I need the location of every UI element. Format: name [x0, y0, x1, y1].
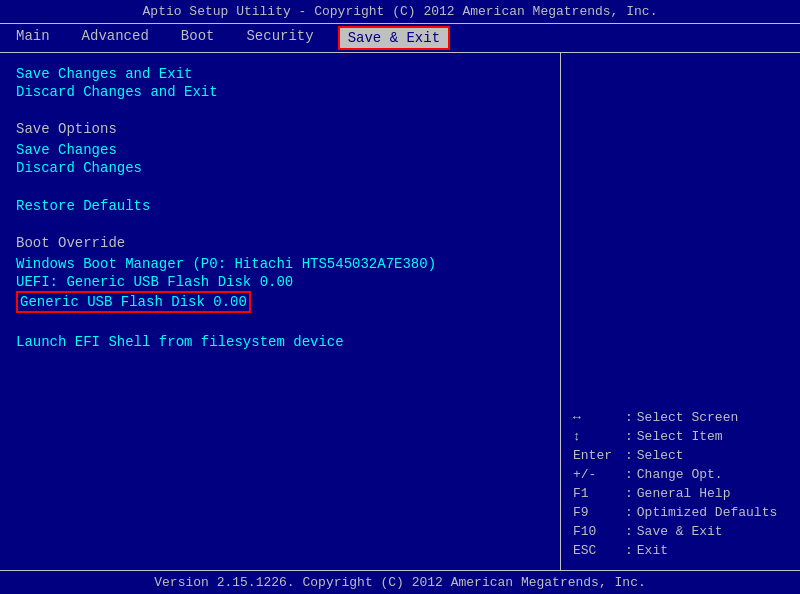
menu-entry-discard-changes[interactable]: Discard Changes: [16, 159, 544, 177]
help-colon-2: :: [625, 448, 633, 463]
section-save-options: Save Options Save Changes Discard Change…: [16, 121, 544, 177]
help-colon-5: :: [625, 505, 633, 520]
help-section: ↔ : Select Screen ↕ : Select Item Enter …: [573, 410, 788, 558]
menu-entry-generic-usb[interactable]: Generic USB Flash Disk 0.00: [16, 291, 251, 313]
help-key-f9: F9: [573, 505, 621, 520]
section-save-exit: Save Changes and Exit Discard Changes an…: [16, 65, 544, 101]
menu-entry-save-changes[interactable]: Save Changes: [16, 141, 544, 159]
spacer-2: [16, 185, 544, 197]
help-desc-select-screen: Select Screen: [637, 410, 738, 425]
menu-entry-discard-exit[interactable]: Discard Changes and Exit: [16, 83, 544, 101]
menu-item-save-exit[interactable]: Save & Exit: [338, 26, 450, 50]
menu-item-main[interactable]: Main: [8, 26, 58, 50]
help-key-arrows-ud: ↕: [573, 429, 621, 444]
help-key-plusminus: +/-: [573, 467, 621, 482]
help-colon-4: :: [625, 486, 633, 501]
help-colon-1: :: [625, 429, 633, 444]
save-options-title: Save Options: [16, 121, 544, 137]
help-select-screen: ↔ : Select Screen: [573, 410, 788, 425]
spacer-4: [16, 321, 544, 333]
help-desc-f9: Optimized Defaults: [637, 505, 777, 520]
menu-item-advanced[interactable]: Advanced: [74, 26, 157, 50]
menu-entry-windows-boot[interactable]: Windows Boot Manager (P0: Hitachi HTS545…: [16, 255, 544, 273]
help-key-f1: F1: [573, 486, 621, 501]
help-f9: F9 : Optimized Defaults: [573, 505, 788, 520]
footer-text: Version 2.15.1226. Copyright (C) 2012 Am…: [154, 575, 645, 590]
help-key-arrows-lr: ↔: [573, 410, 621, 425]
help-desc-esc: Exit: [637, 543, 668, 558]
help-f10: F10 : Save & Exit: [573, 524, 788, 539]
spacer-1: [16, 109, 544, 121]
help-desc-change-opt: Change Opt.: [637, 467, 723, 482]
menu-bar: Main Advanced Boot Security Save & Exit: [0, 23, 800, 53]
help-esc: ESC : Exit: [573, 543, 788, 558]
left-panel: Save Changes and Exit Discard Changes an…: [0, 53, 560, 570]
menu-entry-restore-defaults[interactable]: Restore Defaults: [16, 197, 544, 215]
help-enter: Enter : Select: [573, 448, 788, 463]
main-content: Save Changes and Exit Discard Changes an…: [0, 53, 800, 570]
menu-item-security[interactable]: Security: [238, 26, 321, 50]
help-desc-enter: Select: [637, 448, 684, 463]
section-restore: Restore Defaults: [16, 197, 544, 215]
app: Aptio Setup Utility - Copyright (C) 2012…: [0, 0, 800, 594]
help-desc-select-item: Select Item: [637, 429, 723, 444]
help-colon-7: :: [625, 543, 633, 558]
right-panel: ↔ : Select Screen ↕ : Select Item Enter …: [560, 53, 800, 570]
menu-entry-uefi-usb[interactable]: UEFI: Generic USB Flash Disk 0.00: [16, 273, 544, 291]
help-select-item: ↕ : Select Item: [573, 429, 788, 444]
help-key-esc: ESC: [573, 543, 621, 558]
help-key-enter: Enter: [573, 448, 621, 463]
help-f1: F1 : General Help: [573, 486, 788, 501]
boot-override-title: Boot Override: [16, 235, 544, 251]
menu-entry-launch-efi[interactable]: Launch EFI Shell from filesystem device: [16, 333, 544, 351]
help-colon-3: :: [625, 467, 633, 482]
footer: Version 2.15.1226. Copyright (C) 2012 Am…: [0, 570, 800, 594]
menu-item-boot[interactable]: Boot: [173, 26, 223, 50]
help-colon-6: :: [625, 524, 633, 539]
section-boot-override: Boot Override Windows Boot Manager (P0: …: [16, 235, 544, 313]
help-desc-f1: General Help: [637, 486, 731, 501]
menu-entry-save-changes-exit[interactable]: Save Changes and Exit: [16, 65, 544, 83]
spacer-3: [16, 223, 544, 235]
title-bar: Aptio Setup Utility - Copyright (C) 2012…: [0, 0, 800, 23]
title-text: Aptio Setup Utility - Copyright (C) 2012…: [143, 4, 658, 19]
section-efi: Launch EFI Shell from filesystem device: [16, 333, 544, 351]
help-key-f10: F10: [573, 524, 621, 539]
help-change-opt: +/- : Change Opt.: [573, 467, 788, 482]
help-colon-0: :: [625, 410, 633, 425]
help-desc-f10: Save & Exit: [637, 524, 723, 539]
